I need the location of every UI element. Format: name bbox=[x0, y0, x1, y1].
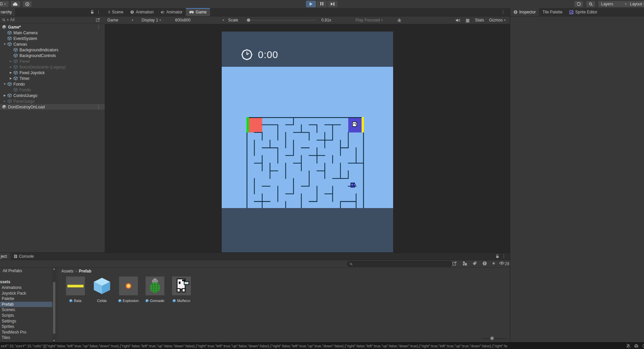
scroll-up-icon[interactable]: ▲ bbox=[53, 267, 55, 270]
hierarchy-item-dontdestroyonload[interactable]: DontDestroyOnLoad⋮ bbox=[0, 104, 105, 110]
display-dropdown[interactable]: Display 1▾ bbox=[142, 16, 161, 24]
hierarchy-menu-button[interactable]: ⋮ bbox=[97, 10, 101, 14]
layout-dropdown[interactable]: Layout▾ bbox=[627, 1, 644, 7]
folder-joystick-pack[interactable]: Joystick Pack bbox=[0, 291, 54, 296]
zoom-slider-knob[interactable] bbox=[490, 337, 494, 340]
chevron-right-icon[interactable]: ▶ bbox=[3, 100, 7, 103]
mute-audio-icon[interactable] bbox=[455, 16, 461, 24]
asset-grenade[interactable]: Grenade bbox=[142, 277, 168, 303]
services-button[interactable] bbox=[23, 1, 32, 7]
hierarchy-item-eventsystem[interactable]: EventSystem bbox=[0, 36, 105, 41]
tab-animation[interactable]: Animation bbox=[127, 8, 157, 16]
tab-hierarchy[interactable]: rarchy bbox=[0, 8, 15, 16]
chevron-down-icon[interactable]: ▼ bbox=[3, 43, 7, 46]
chevron-down-icon[interactable]: ▼ bbox=[3, 83, 7, 86]
scale-slider-knob[interactable] bbox=[247, 18, 250, 22]
project-search-input[interactable] bbox=[347, 261, 452, 267]
tab-game[interactable]: Game bbox=[186, 8, 210, 16]
folder-palette[interactable]: Palette bbox=[0, 296, 54, 301]
eye-icon[interactable] bbox=[499, 261, 504, 266]
account-button[interactable]: G▾ bbox=[0, 1, 9, 7]
label-filter-icon[interactable] bbox=[472, 261, 477, 267]
game-viewport[interactable]: 0:00 bbox=[222, 32, 393, 259]
breadcrumb-assets[interactable]: Assets bbox=[61, 269, 73, 273]
cloud-button[interactable] bbox=[11, 1, 20, 7]
item-menu-button[interactable]: ⋮ bbox=[97, 105, 101, 109]
asset-explosion[interactable]: Explosion bbox=[115, 277, 142, 303]
hierarchy-item-fondo[interactable]: ▼Fondo bbox=[0, 81, 105, 87]
play-button[interactable] bbox=[306, 1, 316, 7]
chevron-right-icon[interactable]: ▶ bbox=[9, 60, 13, 63]
gizmos-dropdown[interactable]: Gizmos▾ bbox=[489, 16, 505, 24]
folder-tiles[interactable]: Tiles bbox=[0, 335, 54, 340]
folder-scripts[interactable]: Scripts bbox=[0, 313, 54, 318]
stats-button[interactable]: Stats bbox=[475, 16, 484, 24]
chevron-right-icon[interactable]: ▶ bbox=[9, 65, 13, 68]
undo-history-button[interactable] bbox=[574, 1, 583, 7]
game-panel-menu-button[interactable]: ⋮ bbox=[501, 10, 505, 14]
hierarchy-item-panel[interactable]: ▶Panel bbox=[0, 58, 105, 64]
chevron-right-icon[interactable]: ▶ bbox=[3, 94, 7, 97]
tab-scene[interactable]: # Scene bbox=[105, 8, 127, 16]
breadcrumb-prefab[interactable]: Prefab bbox=[79, 269, 91, 273]
lock-icon[interactable] bbox=[91, 10, 94, 15]
scroll-down-icon[interactable]: ▼ bbox=[53, 339, 55, 342]
layers-dropdown[interactable]: Layers▾ bbox=[598, 1, 629, 7]
hierarchy-item-controljuego[interactable]: ▶ControlJuego bbox=[0, 93, 105, 98]
focus-mode-dropdown[interactable]: Play Focused▾ bbox=[356, 16, 383, 24]
search-button[interactable] bbox=[586, 1, 595, 7]
lock-icon[interactable] bbox=[496, 254, 499, 259]
tab-console[interactable]: Console bbox=[10, 253, 37, 260]
package-filter-icon[interactable] bbox=[462, 261, 467, 267]
notifications-muted-icon[interactable] bbox=[626, 344, 631, 349]
resolution-dropdown[interactable]: 600x800▾ bbox=[175, 16, 224, 24]
hierarchy-item-timer[interactable]: ▶Timer bbox=[0, 76, 105, 81]
folder-textmesh-pro[interactable]: TextMesh Pro bbox=[0, 330, 54, 335]
favorites-all-prefabs[interactable]: All Prefabs bbox=[0, 268, 55, 273]
display-target-dropdown[interactable]: Game▾ bbox=[107, 16, 133, 24]
hierarchy-item-backgroundcontrols[interactable]: BackgroundControls bbox=[0, 53, 105, 58]
thumbnail-zoom-slider[interactable] bbox=[482, 337, 506, 339]
tab-tile-palette[interactable]: Tile Palette bbox=[539, 8, 566, 16]
package-manager-icon[interactable] bbox=[634, 344, 639, 349]
favorites-star-icon[interactable]: ★ bbox=[492, 261, 496, 266]
search-filter-caret-icon[interactable]: ▾ bbox=[7, 18, 9, 21]
folder-settings[interactable]: Settings bbox=[0, 318, 54, 324]
debug-bug-icon[interactable] bbox=[397, 16, 401, 24]
scrollbar-thumb[interactable] bbox=[53, 282, 55, 334]
hierarchy-item-main-camera[interactable]: Main Camera bbox=[0, 30, 105, 36]
folder-scenes[interactable]: Scenes bbox=[0, 307, 54, 312]
asset-bala[interactable]: Bala bbox=[62, 277, 89, 303]
folder-assets-root[interactable]: ssets bbox=[0, 279, 52, 285]
asset-celda[interactable]: Celda bbox=[89, 277, 115, 303]
chevron-right-icon[interactable]: ▶ bbox=[9, 77, 13, 80]
tab-project[interactable]: ject bbox=[0, 253, 10, 260]
vsync-grid-icon[interactable]: ▦ bbox=[466, 16, 470, 24]
status-message[interactable]: zeX":15,"sizeY":15,"cells":[[{"right":fa… bbox=[1, 343, 621, 349]
hierarchy-item-paneljuego[interactable]: ▶PanelJuego bbox=[0, 98, 105, 104]
project-menu-button[interactable]: ⋮ bbox=[502, 254, 506, 258]
hierarchy-item-fondo[interactable]: Fondo bbox=[0, 87, 105, 93]
sidebar-scrollbar[interactable]: ▲ ▼ bbox=[52, 267, 56, 343]
folder-animations[interactable]: Animations bbox=[0, 285, 54, 290]
tab-sprite-editor[interactable]: Sprite Editor bbox=[566, 8, 601, 16]
hierarchy-item-game-[interactable]: Game*⋮ bbox=[0, 24, 105, 30]
hierarchy-item-botondeslizante-legacy-[interactable]: ▶BotonDeslizante (Legacy) bbox=[0, 64, 105, 70]
chevron-right-icon[interactable]: ▶ bbox=[9, 71, 13, 74]
tab-animator[interactable]: Animator bbox=[157, 8, 186, 16]
tab-inspector[interactable]: Inspector bbox=[510, 8, 539, 16]
picking-icon[interactable] bbox=[96, 18, 100, 22]
hierarchy-item-fixed-joystick[interactable]: ▶Fixed Joystick bbox=[0, 70, 105, 76]
item-menu-button[interactable]: ⋮ bbox=[97, 25, 101, 29]
pause-button[interactable] bbox=[317, 1, 327, 7]
used-assets-icon[interactable] bbox=[482, 261, 487, 267]
hierarchy-item-backgroundindicators[interactable]: BackgroundIndicators bbox=[0, 47, 105, 53]
scale-slider[interactable] bbox=[246, 20, 316, 20]
folder-sprites[interactable]: Sprites bbox=[0, 324, 54, 329]
search-icon[interactable] bbox=[2, 18, 6, 22]
search-in-window-icon[interactable] bbox=[452, 261, 457, 267]
hierarchy-item-canvas[interactable]: ▼Canvas bbox=[0, 41, 105, 47]
search-filter-input[interactable]: All bbox=[10, 17, 14, 22]
step-button[interactable] bbox=[327, 1, 337, 7]
asset-muneco[interactable]: Muñeco bbox=[168, 277, 195, 303]
